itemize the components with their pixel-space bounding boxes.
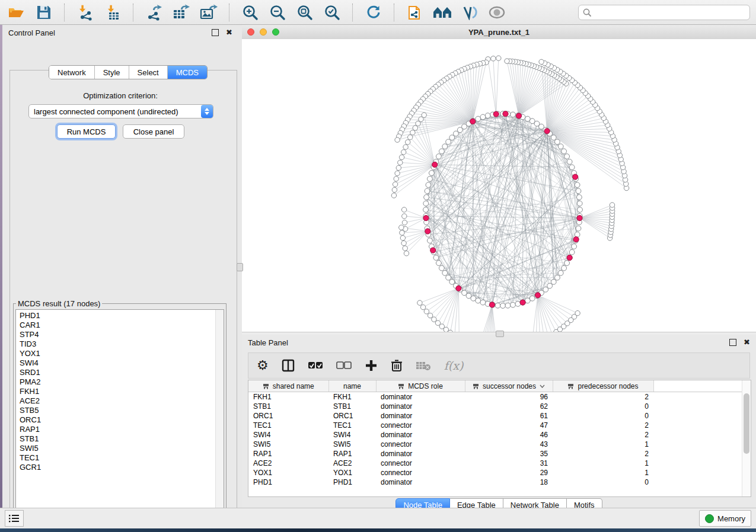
graph-mcds-node[interactable] <box>573 174 578 180</box>
graph-node[interactable] <box>442 270 448 275</box>
graph-mcds-node[interactable] <box>535 293 540 298</box>
graph-node[interactable] <box>496 56 501 60</box>
close-panel-button[interactable]: Close panel <box>123 124 184 139</box>
graph-node[interactable] <box>567 159 572 165</box>
graph-mcds-node[interactable] <box>544 129 550 134</box>
graph-node[interactable] <box>439 149 445 154</box>
graph-mcds-node[interactable] <box>456 286 461 291</box>
graph-node[interactable] <box>449 135 455 140</box>
graph-node[interactable] <box>577 195 582 200</box>
graph-node[interactable] <box>569 165 575 170</box>
share-session-button[interactable] <box>404 2 426 23</box>
graph-node[interactable] <box>446 275 451 280</box>
export-table-button[interactable] <box>171 2 192 23</box>
graph-node[interactable] <box>457 127 462 133</box>
close-panel-icon[interactable]: ✖ <box>226 30 232 36</box>
graph-node[interactable] <box>395 171 400 175</box>
add-column-button[interactable] <box>365 357 378 374</box>
graph-mcds-node[interactable] <box>493 111 499 117</box>
graph-mcds-node[interactable] <box>573 237 579 242</box>
graph-node[interactable] <box>449 279 455 284</box>
graph-mcds-node[interactable] <box>432 162 438 167</box>
graph-node[interactable] <box>425 188 430 194</box>
graph-node[interactable] <box>404 251 409 256</box>
graph-node[interactable] <box>408 135 413 140</box>
table-row[interactable]: ORC1ORC1dominator610 <box>248 411 742 421</box>
tab-mcds[interactable]: MCDS <box>168 66 207 79</box>
tab-network[interactable]: Network <box>49 66 95 79</box>
criterion-select[interactable]: largest connected component (undirected) <box>28 104 213 118</box>
graph-mcds-node[interactable] <box>577 216 582 221</box>
graph-node[interactable] <box>485 113 490 118</box>
graph-node[interactable] <box>436 154 442 159</box>
graph-node[interactable] <box>439 265 445 271</box>
graph-node[interactable] <box>413 126 417 130</box>
graph-node[interactable] <box>403 246 407 251</box>
graph-node[interactable] <box>495 303 500 308</box>
import-table-button[interactable] <box>102 2 123 23</box>
graph-node[interactable] <box>401 207 406 212</box>
graph-node[interactable] <box>529 296 535 301</box>
graph-node[interactable] <box>403 145 408 149</box>
graph-node[interactable] <box>572 244 577 249</box>
run-mcds-button[interactable]: Run MCDS <box>57 124 116 139</box>
graph-mcds-node[interactable] <box>423 216 429 221</box>
select-all-columns-button[interactable] <box>308 357 323 374</box>
graph-node[interactable] <box>395 137 400 142</box>
mcds-result-item[interactable]: STB1 <box>20 434 224 444</box>
graph-node[interactable] <box>410 130 415 135</box>
graph-mcds-node[interactable] <box>489 302 495 307</box>
mcds-result-item[interactable]: TEC1 <box>20 453 224 463</box>
float-panel-icon[interactable] <box>212 29 219 36</box>
zoom-selected-button[interactable] <box>321 2 343 23</box>
graph-node[interactable] <box>398 160 403 165</box>
graph-mcds-node[interactable] <box>470 118 476 124</box>
graph-node[interactable] <box>426 182 431 188</box>
zoom-fit-button[interactable] <box>294 2 315 23</box>
graph-node[interactable] <box>577 201 582 206</box>
table-row[interactable]: SWI5SWI5connector431 <box>248 440 742 449</box>
mcds-result-item[interactable]: ACE2 <box>20 396 224 406</box>
graph-node[interactable] <box>401 241 406 245</box>
graph-node[interactable] <box>562 265 567 271</box>
close-table-panel-icon[interactable]: ✖ <box>744 339 750 345</box>
graph-mcds-node[interactable] <box>425 229 430 234</box>
column-header-shared-name[interactable]: shared name <box>248 380 328 392</box>
graph-node[interactable] <box>558 270 563 275</box>
graph-node[interactable] <box>569 249 575 255</box>
graph-node[interactable] <box>576 226 581 231</box>
graph-node[interactable] <box>575 182 580 188</box>
graph-node[interactable] <box>511 112 516 117</box>
graph-node[interactable] <box>551 279 556 284</box>
graph-node[interactable] <box>555 139 560 145</box>
graph-node[interactable] <box>423 207 429 213</box>
mcds-result-item[interactable]: SWI4 <box>20 358 224 368</box>
graph-node[interactable] <box>424 195 429 200</box>
graph-node[interactable] <box>419 117 423 121</box>
table-row[interactable]: SWI4SWI4dominator462 <box>248 430 742 440</box>
column-header-name[interactable]: name <box>328 380 376 392</box>
show-columns-button[interactable] <box>282 357 295 374</box>
graph-node[interactable] <box>416 121 420 126</box>
graph-node[interactable] <box>436 261 442 266</box>
graph-node[interactable] <box>401 150 406 155</box>
graph-node[interactable] <box>399 225 404 230</box>
table-scrollbar-thumb[interactable] <box>744 393 749 454</box>
graph-node[interactable] <box>610 203 614 207</box>
delete-column-button[interactable] <box>391 357 403 374</box>
graph-node[interactable] <box>444 327 448 332</box>
table-row[interactable]: PHD1PHD1dominator180 <box>248 477 742 487</box>
graph-node[interactable] <box>400 236 405 241</box>
graph-node[interactable] <box>393 182 397 187</box>
column-header-predecessor-nodes[interactable]: predecessor nodes <box>553 380 653 392</box>
graph-node[interactable] <box>433 255 439 261</box>
graph-node[interactable] <box>505 303 511 308</box>
graph-node[interactable] <box>396 165 401 170</box>
home-layouts-button[interactable] <box>432 2 453 23</box>
graph-node[interactable] <box>428 238 433 243</box>
graph-node[interactable] <box>547 283 553 289</box>
graph-node[interactable] <box>575 232 580 238</box>
graph-node[interactable] <box>576 188 581 194</box>
zoom-in-button[interactable] <box>240 2 261 23</box>
graph-node[interactable] <box>491 56 496 61</box>
